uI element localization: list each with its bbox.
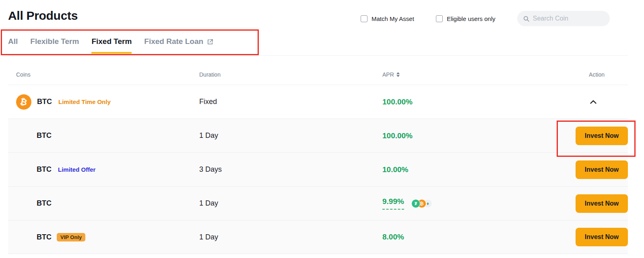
tab-flexible-term-label: Flexible Term <box>30 37 79 46</box>
limited-time-only-tag: Limited Time Only <box>58 98 111 105</box>
apr-value: 100.00% <box>382 98 413 106</box>
table-row: BTC VIP Only 1 Day 8.00% Invest Now <box>8 220 628 254</box>
coin-name: BTC <box>37 165 52 174</box>
limited-offer-tag[interactable]: Limited Offer <box>58 166 95 173</box>
external-link-icon <box>206 38 214 46</box>
tab-fixed-term-label: Fixed Term <box>91 37 132 46</box>
table-row: BTC 1 Day 100.00% Invest Now <box>8 119 628 152</box>
filter-controls: Match My Asset Eligible users only <box>361 10 610 27</box>
invest-now-button[interactable]: Invest Now <box>576 127 628 145</box>
product-tabs: All Flexible Term Fixed Term Fixed Rate … <box>8 37 214 54</box>
table-row: BTC Limited Offer 3 Days 10.00% Invest N… <box>8 152 628 186</box>
tab-flexible-term[interactable]: Flexible Term <box>30 37 79 54</box>
invest-now-button[interactable]: Invest Now <box>576 194 628 213</box>
duration-cell: 1 Day <box>191 233 374 241</box>
search-icon <box>523 15 530 22</box>
header-coins: Coins <box>8 71 191 78</box>
header-duration: Duration <box>191 71 374 78</box>
tab-fixed-rate-loan[interactable]: Fixed Rate Loan <box>144 37 214 54</box>
tab-all[interactable]: All <box>8 37 18 54</box>
search-coin-box[interactable] <box>517 11 610 26</box>
products-table: Coins Duration APR Action ₿ BTC Limited … <box>8 64 628 254</box>
apr-value: 10.00% <box>382 165 408 174</box>
apr-value: 100.00% <box>382 131 413 140</box>
tab-all-label: All <box>8 37 18 46</box>
eligible-users-checkbox[interactable] <box>436 15 443 22</box>
table-header-row: Coins Duration APR Action <box>8 64 628 85</box>
invest-now-button[interactable]: Invest Now <box>576 228 628 246</box>
coin-name: BTC <box>37 199 52 208</box>
tab-fixed-term[interactable]: Fixed Term <box>91 37 132 54</box>
apr-value-tooltip[interactable]: 9.99% <box>382 197 404 210</box>
eligible-users-label: Eligible users only <box>447 15 495 22</box>
coin-name: BTC <box>37 131 52 140</box>
all-products-page: All Products Match My Asset Eligible use… <box>0 0 644 258</box>
coin-name: BTC <box>37 98 52 106</box>
btc-coin-icon: ₿ <box>16 94 31 110</box>
chevron-up-icon <box>589 98 598 106</box>
vip-only-badge: VIP Only <box>57 233 85 241</box>
usdt-coin-icon: ₮ <box>411 199 420 208</box>
tab-fixed-rate-loan-label: Fixed Rate Loan <box>144 37 203 46</box>
apr-sort-icon[interactable] <box>396 72 400 77</box>
coins-cell: ₿ BTC Limited Time Only <box>8 94 191 110</box>
duration-cell: 1 Day <box>191 131 374 140</box>
table-row: BTC 1 Day 9.99% ₮ ₿ ♦ Invest Now <box>8 186 628 220</box>
search-coin-input[interactable] <box>533 15 597 22</box>
match-my-asset-label: Match My Asset <box>372 15 414 22</box>
header-apr-cell: APR <box>374 71 559 78</box>
duration-cell: 3 Days <box>191 165 374 174</box>
header-apr-label: APR <box>382 71 394 78</box>
invest-now-button[interactable]: Invest Now <box>576 160 628 179</box>
apr-value: 8.00% <box>382 233 404 241</box>
bonus-asset-icons: ₮ ₿ ♦ <box>411 199 432 208</box>
tabs-divider <box>8 55 628 56</box>
page-title: All Products <box>8 9 78 23</box>
duration-cell: 1 Day <box>191 199 374 208</box>
table-row: ₿ BTC Limited Time Only Fixed 100.00% <box>8 85 628 119</box>
header-action: Action <box>559 71 628 78</box>
eligible-users-checkbox-group[interactable]: Eligible users only <box>436 15 495 22</box>
coin-name: BTC <box>37 233 52 241</box>
match-my-asset-checkbox-group[interactable]: Match My Asset <box>361 15 414 22</box>
duration-cell: Fixed <box>191 98 374 106</box>
match-my-asset-checkbox[interactable] <box>361 15 367 22</box>
collapse-row-button[interactable] <box>589 98 598 106</box>
